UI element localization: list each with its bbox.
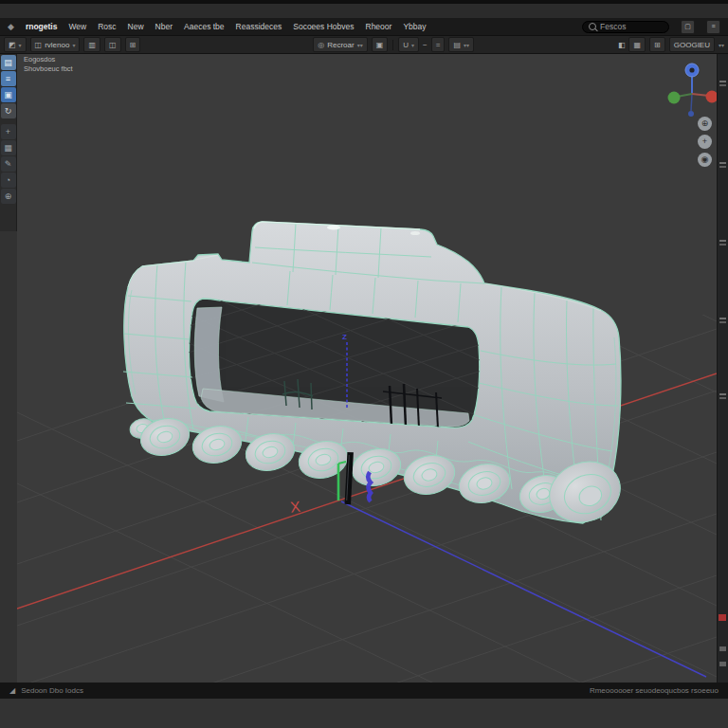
tool-move[interactable]: + xyxy=(1,124,16,139)
overlay-button-c[interactable]: ⊞ xyxy=(125,37,141,52)
tool-rotate[interactable]: ↻ xyxy=(1,103,16,118)
chevron-down-icon: ▾▾ xyxy=(464,42,469,48)
overlay-button-b[interactable]: ◫ xyxy=(104,37,121,52)
add-grid-icon: ⊞ xyxy=(130,41,136,49)
tool-cursor[interactable]: ▣ xyxy=(1,87,16,102)
orientation-dropdown[interactable]: ◎ Recroar ▾▾ xyxy=(313,37,367,52)
menubar-button-1[interactable]: ▢ xyxy=(681,20,695,34)
zoom-button[interactable]: ⊕ xyxy=(698,117,712,131)
mode-dropdown[interactable]: ◫ rvlenoo ▾ xyxy=(30,37,81,52)
snap-toggle[interactable]: ▣ xyxy=(372,37,389,52)
globe-icon: ◎ xyxy=(318,41,324,49)
proportional-icon: = xyxy=(436,41,441,49)
title-strip xyxy=(0,4,728,19)
chevron-down-icon: ▾ xyxy=(19,42,22,48)
gizmo-y-axis xyxy=(668,92,681,104)
menu-item-2[interactable]: New xyxy=(128,22,144,31)
menu-item-6[interactable]: Socoees Hobves xyxy=(293,22,354,31)
status-left-text: Sedoon Dbo Iodcs xyxy=(21,686,83,695)
mode-icon: ◫ xyxy=(35,41,43,49)
menu-item-4[interactable]: Aaeces tbe xyxy=(184,22,225,31)
strip-tick-3 xyxy=(719,240,726,242)
account-button[interactable]: GOOGIEU xyxy=(669,37,715,52)
chevron-down-icon: ▾ xyxy=(411,42,414,48)
3d-viewport[interactable]: Z X Eogosdos Shovboeuc fbct ⊕ + ◉ xyxy=(17,54,717,682)
status-bar: ◢ Sedoon Dbo Iodcs Rmeoooooer seuodeoquc… xyxy=(0,682,728,699)
strip-tick-2 xyxy=(719,162,726,164)
tool-add-primitive[interactable]: ⊕ xyxy=(1,189,16,204)
strip-marker-red xyxy=(719,614,726,621)
viewport-nav-buttons: ⊕ + ◉ xyxy=(698,117,712,167)
viewport-header: ◩ ▾ ◫ rvlenoo ▾ ▥ ◫ ⊞ ◎ Recroar ▾▾ ▣ U ▾ xyxy=(0,36,728,54)
viewport-info-line1: Eogosdos xyxy=(24,55,73,64)
strip-marker-2 xyxy=(719,662,726,666)
chevron-down-icon: ▾ xyxy=(72,42,75,48)
strip-marker-1 xyxy=(719,646,726,651)
separator xyxy=(392,40,393,50)
strip-tick-4 xyxy=(719,318,726,319)
camera-view-button[interactable]: ◉ xyxy=(698,153,712,167)
dash-icon: − xyxy=(423,41,428,49)
tool-tweak[interactable]: ▤ xyxy=(1,55,16,70)
orientation-label: Recroar xyxy=(327,41,354,49)
viewport-info-overlay: Eogosdos Shovboeuc fbct xyxy=(24,55,73,74)
overlay-button-a[interactable]: ▥ xyxy=(83,37,100,52)
list-icon: ≡ xyxy=(711,23,715,29)
search-value: Fescos xyxy=(600,22,626,31)
magnet-toggle[interactable]: U ▾ xyxy=(398,37,419,52)
chevron-down-icon: ▾▾ xyxy=(357,42,363,48)
tool-measure[interactable]: ◔ xyxy=(1,173,16,188)
menu-item-1[interactable]: Rosc xyxy=(98,22,116,31)
strip-tick-1 xyxy=(719,81,726,82)
split-icon: ◫ xyxy=(109,41,117,49)
search-input[interactable]: Fescos xyxy=(582,21,669,33)
menu-item-3[interactable]: Nber xyxy=(155,22,173,31)
gizmo-icon: ▤ xyxy=(453,41,461,49)
z-axis-label: Z xyxy=(342,333,347,341)
view-button-c[interactable]: ⊞ xyxy=(649,37,665,52)
tool-annotate[interactable]: ✎ xyxy=(1,156,16,172)
gizmo-minus-z-axis xyxy=(688,111,694,117)
panel-icon: ▢ xyxy=(684,23,691,29)
gizmo-toggle[interactable]: ▤ ▾▾ xyxy=(448,37,474,52)
menu-item-5[interactable]: Reassideces xyxy=(236,22,282,31)
magnet-icon: U xyxy=(403,41,409,49)
app-logo-icon: ◆ xyxy=(8,22,14,31)
chevron-down-icon: ▾▾ xyxy=(719,42,724,48)
menu-bar: ◆ rnogetis Wew Rosc New Nber Aaeces tbe … xyxy=(0,18,728,36)
view-icon-b: ▦ xyxy=(633,41,641,49)
tool-select-box[interactable]: ≡ xyxy=(1,71,16,86)
menu-item-8[interactable]: Ybbay xyxy=(403,22,426,31)
editor-type-icon: ◩ xyxy=(9,41,16,49)
view-icon-a[interactable]: ◧ xyxy=(618,41,626,49)
menu-item-7[interactable]: Rheoor xyxy=(366,22,392,31)
menu-item-0[interactable]: Wew xyxy=(68,22,86,31)
navigation-gizmo[interactable] xyxy=(665,58,717,120)
snap-icon: ▣ xyxy=(376,41,384,49)
view-button-b[interactable]: ▦ xyxy=(628,37,646,52)
app-menu[interactable]: rnogetis xyxy=(26,22,58,31)
application-window: ◆ rnogetis Wew Rosc New Nber Aaeces tbe … xyxy=(0,0,728,728)
pan-button[interactable]: + xyxy=(698,135,712,149)
tool-shelf: ▤ ≡ ▣ ↻ + ▦ ✎ ◔ ⊕ xyxy=(0,54,17,231)
status-right-text: Rmeoooooer seuodeoqucbos rsoeeuo xyxy=(590,686,719,695)
x-axis-label: X xyxy=(289,499,301,516)
gizmo-x-axis xyxy=(706,91,718,103)
tool-scale[interactable]: ▦ xyxy=(1,140,16,155)
right-panel-strip[interactable] xyxy=(717,54,728,682)
strip-tick-5 xyxy=(719,393,726,395)
status-icon: ◢ xyxy=(9,686,15,695)
editor-type-button[interactable]: ◩ ▾ xyxy=(4,37,27,52)
account-label: GOOGIEU xyxy=(674,41,710,49)
view-icon-c: ⊞ xyxy=(654,41,661,49)
proportional-edit-toggle[interactable]: = xyxy=(431,37,446,52)
viewport-scene: Z X xyxy=(17,54,717,682)
search-icon xyxy=(589,23,596,30)
bottom-filler xyxy=(0,699,728,728)
menubar-button-2[interactable]: ≡ xyxy=(706,20,720,34)
viewport-info-line2: Shovboeuc fbct xyxy=(24,64,73,74)
mode-label: rvlenoo xyxy=(45,41,69,49)
grid-icon: ▥ xyxy=(88,41,96,49)
